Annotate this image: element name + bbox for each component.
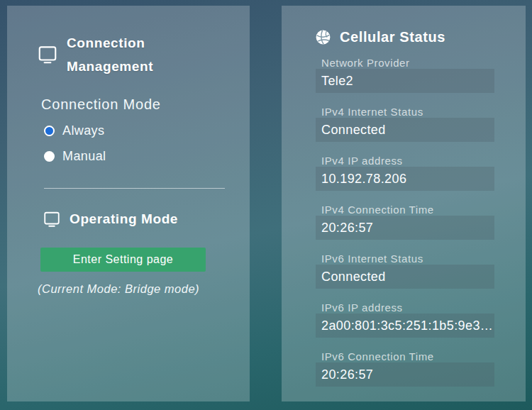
cellular-status-header: Cellular Status [314, 28, 526, 46]
field-value: 20:26:57 [316, 362, 494, 387]
section-divider [44, 188, 225, 189]
cellular-status-panel: Cellular Status Network Provider Tele2 I… [282, 6, 526, 401]
enter-setting-page-button[interactable]: Enter Setting page [40, 248, 206, 272]
field-value: Connected [316, 118, 494, 142]
field-label: IPv4 Internet Status [316, 106, 494, 118]
field-ipv4-connection-time: IPv4 Connection Time 20:26:57 [316, 204, 494, 240]
connection-mode-heading: Connection Mode [41, 96, 250, 113]
field-ipv6-internet-status: IPv6 Internet Status Connected [316, 253, 494, 289]
radio-button-icon[interactable] [44, 126, 55, 136]
field-value: 2a00:801:3c5:251:1b5:9e3… [316, 314, 494, 338]
field-value: 20:26:57 [316, 216, 494, 240]
field-ipv4-internet-status: IPv4 Internet Status Connected [316, 106, 494, 142]
connection-management-panel: Connection Management Connection Mode Al… [7, 6, 250, 401]
radio-option-label: Always [62, 123, 104, 138]
radio-option-label: Manual [62, 149, 106, 164]
field-ipv6-connection-time: IPv6 Connection Time 20:26:57 [316, 351, 494, 387]
field-label: IPv6 Internet Status [316, 253, 494, 265]
field-label: IPv6 IP address [316, 302, 494, 314]
radio-option-manual[interactable]: Manual [44, 149, 250, 164]
operating-mode-header: Operating Mode [43, 210, 250, 228]
field-label: IPv4 IP address [316, 155, 494, 167]
connection-management-header: Connection Management [37, 31, 250, 78]
panel-title: Connection Management [67, 31, 187, 78]
operating-mode-title: Operating Mode [70, 211, 178, 227]
field-network-provider: Network Provider Tele2 [316, 57, 494, 93]
panel-title: Cellular Status [340, 29, 445, 45]
globe-icon [314, 28, 332, 46]
status-fields: Network Provider Tele2 IPv4 Internet Sta… [316, 57, 494, 387]
field-value: Connected [316, 265, 494, 289]
field-ipv4-ip-address: IPv4 IP address 10.192.78.206 [316, 155, 494, 191]
field-value: Tele2 [316, 69, 494, 93]
radio-option-always[interactable]: Always [44, 123, 250, 138]
monitor-icon [43, 210, 61, 228]
field-label: Network Provider [316, 57, 494, 69]
field-label: IPv6 Connection Time [316, 351, 494, 362]
field-ipv6-ip-address: IPv6 IP address 2a00:801:3c5:251:1b5:9e3… [316, 302, 494, 338]
field-label: IPv4 Connection Time [316, 204, 494, 216]
current-mode-note: (Current Mode: Bridge mode) [38, 282, 250, 296]
field-value: 10.192.78.206 [316, 167, 494, 191]
radio-button-icon[interactable] [44, 151, 55, 162]
monitor-icon [37, 44, 58, 65]
